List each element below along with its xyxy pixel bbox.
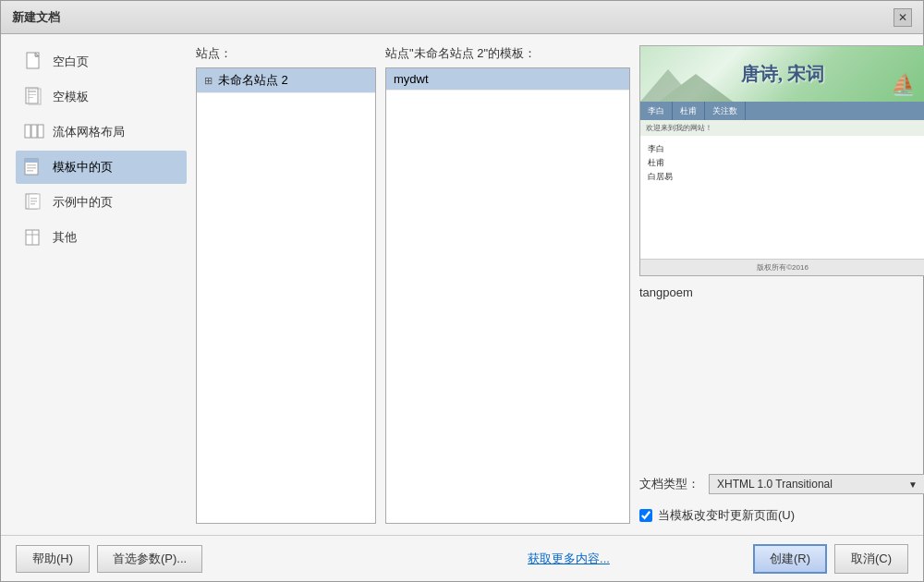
doctype-label: 文档类型： (639, 476, 699, 492)
svg-rect-19 (30, 200, 37, 202)
sidebar-item-fluid[interactable]: 流体网格布局 (16, 115, 187, 149)
svg-rect-18 (30, 198, 37, 200)
preview-title: 唐诗, 宋词 (741, 62, 824, 87)
bottom-center: 获取更多内容... (384, 551, 753, 567)
new-document-dialog: 新建文档 ✕ 空白页 (0, 0, 924, 582)
preview-link-2: 杜甫 (648, 157, 918, 169)
svg-rect-15 (27, 170, 33, 172)
help-button[interactable]: 帮助(H) (16, 545, 90, 573)
preview-inner: 唐诗, 宋词 ⛵ 李白 杜甫 关注数 (640, 46, 924, 275)
doctype-select[interactable]: XHTML 1.0 Transitional ▼ (709, 474, 924, 494)
sidebar-item-template-page[interactable]: 模板中的页 (16, 151, 187, 184)
doctype-dropdown-arrow-icon: ▼ (908, 479, 918, 490)
blank-page-icon (23, 51, 45, 73)
svg-rect-12 (25, 159, 38, 163)
example-page-icon (23, 191, 45, 213)
dialog-content: 空白页 空模板 (1, 34, 923, 535)
middle-panels: 站点： ⊞ 未命名站点 2 站点"未命名站点 2"的模板： mydwt (196, 45, 630, 524)
bottom-bar: 帮助(H) 首选参数(P)... 获取更多内容... 创建(R) 取消(C) (1, 535, 923, 581)
sites-panel: 站点： ⊞ 未命名站点 2 (196, 45, 376, 524)
preview-boat-icon: ⛵ (891, 73, 916, 97)
fluid-grid-icon (23, 121, 45, 143)
sidebar-item-other[interactable]: 其他 (16, 221, 187, 254)
sites-panel-label: 站点： (196, 45, 376, 62)
sidebar-item-blank-label: 空白页 (53, 54, 89, 70)
preview-welcome: 欢迎来到我的网站！ (640, 120, 924, 136)
other-icon (23, 226, 45, 249)
empty-template-icon (23, 86, 45, 108)
site-list-item-label: 未命名站点 2 (218, 72, 288, 89)
template-page-icon (23, 156, 45, 178)
dialog-title: 新建文档 (12, 9, 60, 26)
doctype-row: 文档类型： XHTML 1.0 Transitional ▼ (639, 474, 924, 494)
template-list-item-label: mydwt (394, 72, 429, 86)
svg-rect-10 (38, 125, 43, 138)
title-bar: 新建文档 ✕ (1, 1, 923, 34)
spacer (639, 305, 924, 461)
update-on-change-checkbox[interactable] (639, 509, 652, 522)
preview-box: 唐诗, 宋词 ⛵ 李白 杜甫 关注数 (639, 45, 924, 276)
bottom-left: 帮助(H) 首选参数(P)... (16, 545, 384, 573)
preview-nav-item-3: 关注数 (705, 102, 746, 120)
preview-nav: 李白 杜甫 关注数 (640, 102, 924, 120)
svg-rect-3 (26, 88, 38, 103)
template-name: tangpoem (639, 285, 924, 299)
preview-nav-item-2: 杜甫 (673, 102, 705, 120)
doctype-value: XHTML 1.0 Transitional (717, 478, 833, 491)
sidebar-item-template[interactable]: 空模板 (16, 80, 187, 114)
checkbox-row: 当模板改变时更新页面(U) (639, 507, 924, 524)
sidebar-item-example-page-label: 示例中的页 (53, 194, 113, 211)
sidebar-item-blank[interactable]: 空白页 (16, 45, 187, 79)
site-list-item[interactable]: ⊞ 未命名站点 2 (197, 68, 375, 93)
svg-rect-9 (31, 125, 37, 138)
more-content-link[interactable]: 获取更多内容... (528, 551, 610, 567)
svg-rect-14 (27, 167, 36, 169)
close-icon: ✕ (898, 11, 907, 24)
templates-list[interactable]: mydwt (385, 67, 630, 524)
templates-panel: 站点"未命名站点 2"的模板： mydwt (385, 45, 630, 524)
preview-nav-item-1: 李白 (640, 102, 673, 120)
sidebar: 空白页 空模板 (16, 45, 187, 524)
template-list-item[interactable]: mydwt (386, 68, 629, 91)
update-on-change-label[interactable]: 当模板改变时更新页面(U) (658, 507, 795, 524)
preview-body: 李白 杜甫 白居易 (640, 136, 924, 190)
close-button[interactable]: ✕ (894, 8, 912, 27)
preview-header: 唐诗, 宋词 ⛵ (640, 46, 924, 102)
sidebar-item-template-label: 空模板 (53, 89, 89, 105)
site-icon: ⊞ (204, 75, 213, 87)
sites-list[interactable]: ⊞ 未命名站点 2 (196, 67, 376, 524)
bottom-right: 创建(R) 取消(C) (753, 544, 908, 574)
svg-rect-20 (30, 203, 35, 205)
preview-link-1: 李白 (648, 143, 918, 155)
templates-panel-label: 站点"未命名站点 2"的模板： (385, 45, 630, 62)
svg-rect-8 (25, 125, 30, 138)
preview-footer-text: 版权所有©2016 (757, 263, 808, 272)
svg-rect-13 (27, 164, 36, 166)
sidebar-item-fluid-label: 流体网格布局 (53, 124, 125, 140)
sidebar-item-other-label: 其他 (53, 229, 77, 246)
preview-link-3: 白居易 (648, 171, 918, 183)
preview-panel: 唐诗, 宋词 ⛵ 李白 杜甫 关注数 (639, 45, 924, 524)
preferences-button[interactable]: 首选参数(P)... (97, 545, 202, 573)
sidebar-item-template-page-label: 模板中的页 (53, 159, 113, 176)
sidebar-item-example-page[interactable]: 示例中的页 (16, 186, 187, 219)
preview-footer: 版权所有©2016 (640, 259, 924, 275)
create-button[interactable]: 创建(R) (753, 544, 827, 574)
cancel-button[interactable]: 取消(C) (834, 544, 908, 574)
